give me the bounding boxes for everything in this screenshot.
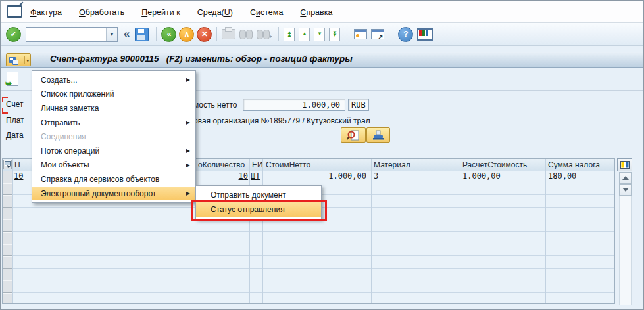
find-next-icon: + — [257, 30, 270, 39]
cancel-icon[interactable]: ✕ — [197, 27, 212, 42]
annotation-red-box — [191, 200, 327, 221]
cell-material[interactable]: 3 — [374, 171, 378, 181]
context-menu-item-6[interactable]: Мои объекты▶ — [32, 158, 195, 173]
scroll-up-button[interactable] — [619, 172, 632, 184]
services-for-object-icon — [9, 57, 16, 63]
new-session-icon[interactable] — [354, 29, 367, 39]
column-header-quantity[interactable]: оКоличество — [198, 160, 245, 169]
context-menu-item-2[interactable]: Личная заметка — [32, 101, 195, 116]
net-amount-field[interactable]: 1.000,00 — [243, 99, 345, 111]
cell-position[interactable]: 10 — [14, 171, 23, 181]
currency-field[interactable]: RUB — [348, 99, 369, 111]
menu-bar: ФактураОбработатьПерейти кСреда(U)Систем… — [1, 1, 643, 23]
menubar-item-4[interactable]: Система — [250, 8, 283, 17]
scrollbar-track[interactable] — [619, 196, 632, 305]
toolbar-separator — [278, 27, 279, 41]
submenu-arrow-icon: ▶ — [186, 162, 190, 168]
column-header-unit[interactable]: ЕИ — [252, 160, 263, 169]
table-settings-icon — [620, 161, 630, 169]
exit-icon[interactable]: ∧ — [179, 27, 194, 42]
context-menu-item-0[interactable]: Создать...▶ — [32, 73, 195, 87]
display-other-document-icon[interactable] — [7, 72, 18, 86]
row-selector-column[interactable] — [3, 171, 12, 303]
table-settings-button[interactable] — [617, 158, 632, 171]
focus-marker — [2, 108, 8, 114]
create-shortcut-icon[interactable] — [371, 29, 384, 39]
menubar-items: ФактураОбработатьПерейти кСреда(U)Систем… — [30, 6, 349, 18]
context-menu-item-7[interactable]: Справка для сервисов объектов — [32, 172, 195, 187]
display-before-image-button[interactable] — [341, 127, 366, 143]
cell-net-amount[interactable]: 1.000,00 — [299, 171, 366, 181]
context-menu-item-3[interactable]: Отправить▶ — [32, 116, 195, 130]
minimize-toolbar-icon[interactable]: « — [124, 28, 130, 41]
previous-page-icon[interactable]: ▲ — [299, 28, 310, 41]
title-bar: ▾ Счет-фактура 90000115 (F2) изменить: о… — [1, 52, 643, 68]
print-invoice-button[interactable] — [366, 127, 390, 143]
cell-calc-amount[interactable]: 1.000,00 — [462, 171, 501, 181]
save-icon[interactable] — [135, 28, 149, 41]
cell-quantity[interactable]: 10 — [226, 171, 248, 181]
first-page-icon[interactable]: ▲▲ — [284, 28, 295, 41]
find-icon — [239, 30, 253, 39]
standard-toolbar: ✓ ▼ « « ∧ ✕ + ▲▲ ▲ ▼ ▼▼ ? — [1, 23, 643, 46]
context-menu-item-8[interactable]: Электронный документооборот▶ — [32, 187, 195, 201]
customize-layout-icon[interactable] — [417, 28, 433, 41]
toolbar-separator — [349, 27, 349, 41]
menubar-item-0[interactable]: Фактура — [30, 8, 62, 17]
services-for-object-button[interactable]: ▾ — [6, 53, 31, 66]
scroll-down-button[interactable] — [619, 184, 632, 196]
context-menu: Создать...▶Список приложенийЛичная замет… — [32, 70, 196, 203]
net-amount-label: мость нетто — [193, 100, 237, 110]
toolbar-separator — [156, 27, 157, 41]
submenu-arrow-icon: ▶ — [186, 190, 190, 196]
column-header-material[interactable]: Материал — [374, 160, 410, 169]
magnifier-document-icon — [347, 130, 360, 141]
cell-tax-amount[interactable]: 180,00 — [548, 171, 576, 181]
chevron-down-icon[interactable]: ▾ — [24, 56, 29, 64]
page-title: Счет-фактура 90000115 (F2) изменить: обз… — [50, 54, 353, 64]
menubar-item-5[interactable]: Справка — [300, 8, 332, 17]
print-icon — [222, 29, 235, 39]
column-header-tax-amount[interactable]: Сумма налога — [548, 160, 600, 169]
payer-text: овая организация №1895779 / Кутузовский … — [193, 116, 370, 125]
invoice-label: Счет — [6, 100, 24, 109]
submenu-arrow-icon: ▶ — [186, 148, 190, 154]
select-all-rows-button[interactable] — [3, 160, 12, 169]
menubar-item-2[interactable]: Перейти к — [141, 8, 180, 17]
context-menu-item-5[interactable]: Поток операций▶ — [32, 144, 195, 158]
toolbar-separator — [393, 27, 393, 41]
column-header-calc-amount[interactable]: РасчетСтоимость — [462, 160, 527, 169]
context-menu-item-1[interactable]: Список приложений — [32, 87, 195, 102]
menubar-item-3[interactable]: Среда(U) — [197, 8, 233, 17]
menubar-item-1[interactable]: Обработать — [79, 8, 124, 17]
cell-unit[interactable]: ШТ — [251, 171, 260, 181]
command-dropdown-icon[interactable]: ▼ — [106, 28, 117, 41]
enter-icon[interactable]: ✓ — [6, 27, 21, 42]
last-page-icon[interactable]: ▼▼ — [329, 28, 340, 41]
sap-window: ФактураОбработатьПерейти кСреда(U)Систем… — [0, 0, 644, 310]
column-header-position[interactable]: П — [14, 160, 20, 169]
context-menu-item-4: Соединения — [32, 129, 195, 144]
column-header-net-amount[interactable]: СтоимНетто — [266, 160, 310, 169]
toolbar-separator — [216, 27, 217, 41]
back-icon[interactable]: « — [161, 27, 176, 42]
submenu-arrow-icon: ▶ — [186, 120, 190, 125]
payer-label: Плат — [6, 116, 24, 125]
command-field[interactable]: ▼ — [26, 27, 118, 42]
date-label: Дата — [6, 131, 24, 140]
system-menu-icon[interactable] — [7, 5, 22, 18]
next-page-icon[interactable]: ▼ — [314, 28, 325, 41]
submenu-arrow-icon: ▶ — [186, 77, 190, 83]
stamp-icon — [372, 130, 384, 141]
help-icon[interactable]: ? — [398, 27, 413, 42]
